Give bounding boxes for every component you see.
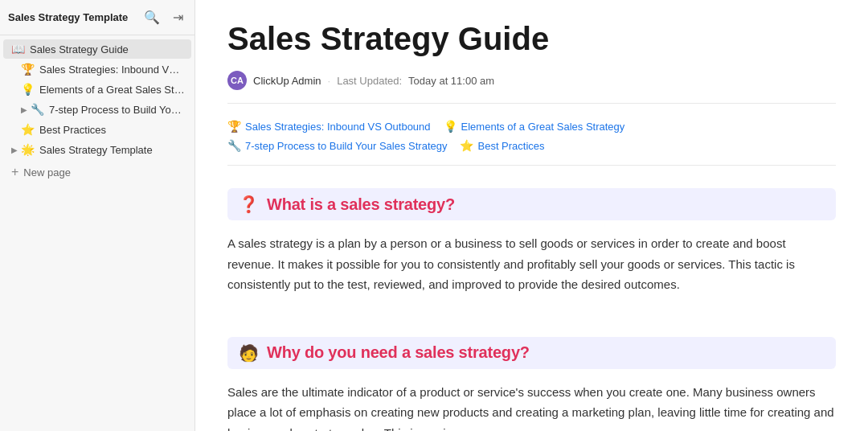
- nav-link-icon: ⭐: [460, 139, 473, 152]
- nav-link-label: 7-step Process to Build Your Sales Strat…: [245, 140, 447, 152]
- timestamp: Today at 11:00 am: [408, 75, 494, 87]
- nav-link-icon: 💡: [444, 120, 457, 133]
- sidebar: Sales Strategy Template 🔍 ⇥ 📖Sales Strat…: [0, 0, 195, 431]
- new-page-button[interactable]: +New page: [3, 161, 191, 183]
- section-body-what-is-sales-strategy: A sales strategy is a plan by a person o…: [227, 233, 836, 295]
- chevron-icon: ▶: [21, 105, 27, 114]
- last-updated-label: Last Updated:: [337, 75, 402, 87]
- sidebar-item-icon: 🏆: [21, 63, 35, 76]
- chevron-icon: ▶: [11, 146, 18, 154]
- section-icon: ❓: [239, 195, 259, 214]
- doc-nav-links: 🏆Sales Strategies: Inbound VS Outbound💡E…: [227, 120, 836, 166]
- main-content: Sales Strategy Guide CA ClickUp Admin · …: [195, 0, 868, 431]
- section-title: Why do you need a sales strategy?: [267, 343, 530, 362]
- section-heading-why-need-sales-strategy: 🧑 Why do you need a sales strategy?: [227, 337, 836, 369]
- section-spacer: [227, 321, 836, 337]
- sidebar-item-icon: 🔧: [31, 103, 44, 116]
- sidebar-item-icon: ⭐: [21, 123, 35, 136]
- doc-title: Sales Strategy Guide: [227, 19, 836, 58]
- meta-separator: ·: [328, 75, 331, 87]
- sidebar-item-sales-strategies-inbound[interactable]: 🏆Sales Strategies: Inbound VS Ou...: [3, 60, 191, 79]
- expand-button[interactable]: ⇥: [170, 8, 186, 27]
- section-title: What is a sales strategy?: [267, 195, 455, 214]
- author-name: ClickUp Admin: [253, 75, 321, 87]
- sidebar-item-label: 7-step Process to Build Your Sal...: [49, 104, 185, 116]
- new-page-label: New page: [23, 166, 71, 179]
- sidebar-item-sales-strategy-template[interactable]: ▶🌟Sales Strategy Template: [3, 140, 191, 159]
- sections-container: ❓ What is a sales strategy? A sales stra…: [227, 188, 836, 431]
- section-body-why-need-sales-strategy: Sales are the ultimate indicator of a pr…: [227, 382, 836, 432]
- sidebar-item-label: Elements of a Great Sales Strate...: [39, 84, 185, 96]
- sidebar-nav: 📖Sales Strategy Guide🏆Sales Strategies: …: [0, 35, 194, 431]
- sidebar-item-label: Sales Strategy Guide: [30, 43, 129, 55]
- nav-link-link-elements[interactable]: 💡Elements of a Great Sales Strategy: [444, 120, 625, 133]
- nav-link-label: Elements of a Great Sales Strategy: [461, 121, 625, 133]
- nav-link-link-best[interactable]: ⭐Best Practices: [460, 139, 544, 152]
- sidebar-item-sales-strategy-guide[interactable]: 📖Sales Strategy Guide: [3, 39, 191, 59]
- nav-link-label: Sales Strategies: Inbound VS Outbound: [245, 121, 431, 133]
- sidebar-item-icon: 💡: [21, 83, 35, 96]
- nav-link-label: Best Practices: [477, 140, 544, 152]
- sidebar-header: Sales Strategy Template 🔍 ⇥: [0, 0, 194, 35]
- section-heading-what-is-sales-strategy: ❓ What is a sales strategy?: [227, 188, 836, 220]
- sidebar-item-icon: 📖: [11, 43, 25, 55]
- nav-link-link-inbound[interactable]: 🏆Sales Strategies: Inbound VS Outbound: [227, 120, 431, 133]
- avatar: CA: [227, 71, 247, 90]
- sidebar-header-icons: 🔍 ⇥: [141, 8, 186, 27]
- sidebar-item-label: Sales Strategies: Inbound VS Ou...: [39, 64, 185, 76]
- sidebar-item-icon: 🌟: [21, 143, 35, 156]
- sidebar-item-best-practices[interactable]: ⭐Best Practices: [3, 120, 191, 139]
- sidebar-item-label: Sales Strategy Template: [39, 144, 153, 156]
- section-icon: 🧑: [239, 343, 259, 363]
- sidebar-item-label: Best Practices: [39, 124, 106, 136]
- nav-link-link-7step[interactable]: 🔧7-step Process to Build Your Sales Stra…: [227, 139, 447, 152]
- nav-link-icon: 🔧: [227, 139, 241, 152]
- sidebar-title: Sales Strategy Template: [8, 11, 128, 23]
- nav-link-icon: 🏆: [227, 120, 241, 133]
- sidebar-item-7step-process[interactable]: ▶🔧7-step Process to Build Your Sal...: [3, 100, 191, 119]
- doc-meta: CA ClickUp Admin · Last Updated: Today a…: [227, 71, 836, 104]
- sidebar-item-elements-great-sales[interactable]: 💡Elements of a Great Sales Strate...: [3, 80, 191, 99]
- search-button[interactable]: 🔍: [141, 8, 163, 27]
- plus-icon: +: [11, 165, 18, 179]
